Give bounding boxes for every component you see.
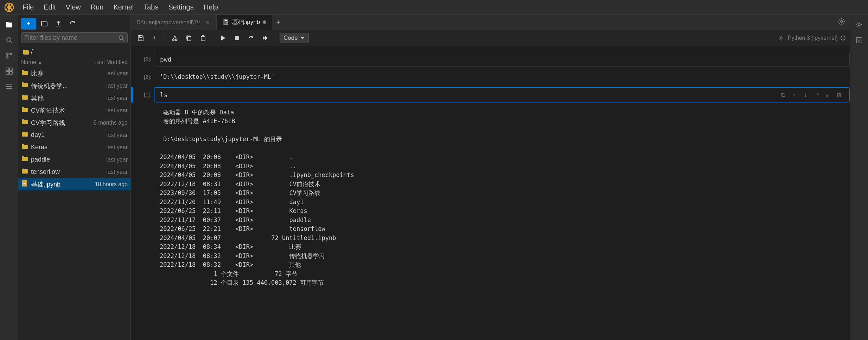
file-item-其他[interactable]: 其他 last year	[18, 92, 130, 104]
menu-help[interactable]: Help	[199, 2, 222, 13]
tab-bar: D:\ruanjian\powershell\7\r × 📓 基础.ipynb …	[131, 15, 850, 30]
folder-icon	[21, 106, 28, 113]
fast-forward-icon	[262, 35, 268, 41]
inactive-tab[interactable]: D:\ruanjian\powershell\7\r ×	[131, 15, 217, 30]
save-button[interactable]	[135, 32, 146, 44]
stop-button[interactable]	[231, 32, 243, 44]
folder-icon	[21, 94, 28, 101]
copy-cell-button[interactable]	[183, 32, 194, 44]
menu-view[interactable]: View	[62, 2, 85, 13]
file-item-CV前沿技术[interactable]: CV前沿技术 last year	[18, 104, 130, 117]
merge-above-button[interactable]: ⬏	[812, 90, 822, 100]
file-item-基础.ipynb[interactable]: NB 基础.ipynb 18 hours ago	[18, 178, 130, 190]
notebook-toolbar: +	[131, 30, 850, 46]
header-date: Last Modified	[78, 59, 128, 65]
folder-icon	[21, 118, 28, 125]
move-up-button[interactable]: ↑	[789, 90, 799, 100]
move-down-button[interactable]: ↓	[800, 90, 810, 100]
upload-button[interactable]	[52, 18, 64, 30]
add-cell-button[interactable]: +	[149, 32, 160, 44]
add-tab-button[interactable]: +	[272, 18, 285, 27]
chevron-down-icon	[300, 36, 305, 40]
copy-to-above-button[interactable]: ⧉	[778, 90, 788, 100]
menu-file[interactable]: File	[18, 2, 38, 13]
sidebar-icon-list[interactable]	[2, 80, 16, 94]
menu-settings[interactable]: Settings	[164, 2, 198, 13]
refresh-button[interactable]	[66, 18, 78, 30]
file-date: last year	[78, 144, 128, 151]
cell-type-selector[interactable]: Code	[280, 33, 309, 43]
file-type-icon	[21, 155, 28, 164]
right-gear-icon	[855, 21, 863, 29]
file-date: last year	[78, 132, 128, 138]
open-folder-button[interactable]	[38, 18, 50, 30]
file-name: tensorflow	[31, 168, 78, 176]
folder-icon	[21, 69, 28, 76]
restart-button[interactable]	[245, 32, 257, 44]
inactive-tab-close[interactable]: ×	[206, 19, 209, 26]
menu-edit[interactable]: Edit	[39, 2, 60, 13]
tab-settings-icon[interactable]	[834, 18, 850, 27]
sidebar-icon-search[interactable]	[2, 33, 16, 47]
file-item-paddle[interactable]: paddle last year	[18, 153, 130, 166]
svg-rect-25	[187, 37, 191, 41]
stop-icon	[234, 35, 240, 41]
fast-forward-button[interactable]	[260, 32, 271, 44]
svg-point-33	[858, 24, 860, 26]
cut-cell-button[interactable]	[169, 32, 180, 44]
right-settings-icon-2[interactable]	[852, 33, 866, 47]
menu-bar: File Edit View Run Kernel Tabs Settings …	[0, 0, 868, 15]
run-cell-button[interactable]	[217, 32, 229, 44]
kernel-name: Python 3 (ipykernel)	[788, 35, 838, 41]
svg-marker-29	[263, 36, 265, 40]
notebook-icon: 📓	[222, 19, 229, 25]
file-item-传统机器学...[interactable]: 传统机器学... last year	[18, 80, 130, 92]
merge-below-button[interactable]: ⬐	[823, 90, 833, 100]
active-tab[interactable]: 📓 基础.ipynb	[217, 15, 272, 30]
file-item-CV学习路线[interactable]: CV学习路线 6 months ago	[18, 117, 130, 129]
cell-input-ls[interactable]: ls	[154, 87, 850, 102]
right-settings-icon[interactable]	[852, 18, 866, 32]
toolbar-separator-3	[275, 34, 275, 42]
save-icon	[138, 35, 144, 41]
cell-pwd-input: [2]: pwd	[131, 52, 850, 67]
sidebar-icons	[0, 15, 18, 340]
sidebar-icon-puzzle[interactable]	[2, 64, 16, 78]
file-item-比赛[interactable]: 比赛 last year	[18, 67, 130, 80]
modified-dot	[263, 20, 266, 24]
delete-cell-button[interactable]: 🗑	[834, 90, 844, 100]
file-toolbar: + +	[18, 15, 130, 32]
app-logo	[4, 2, 14, 12]
sidebar-icon-git[interactable]	[2, 49, 16, 63]
cell-content-ls: ls	[154, 87, 850, 102]
file-item-tensorflow[interactable]: tensorflow last year	[18, 166, 130, 178]
file-type-icon	[21, 143, 28, 152]
svg-point-6	[6, 53, 8, 55]
cell-number-1-out	[133, 105, 154, 290]
cell-input-pwd[interactable]: pwd	[154, 52, 850, 67]
svg-line-23	[173, 36, 175, 39]
file-name: CV前沿技术	[31, 106, 78, 115]
file-date: last year	[78, 157, 128, 163]
file-name: 基础.ipynb	[31, 180, 78, 189]
svg-point-4	[7, 38, 11, 42]
inactive-tab-path: D:\ruanjian\powershell\7\r	[136, 19, 200, 26]
paste-icon	[200, 35, 206, 41]
search-box[interactable]	[21, 32, 128, 43]
new-button[interactable]: + +	[21, 18, 36, 30]
file-item-day1[interactable]: day1 last year	[18, 129, 130, 141]
file-type-icon	[21, 81, 28, 90]
menu-tabs[interactable]: Tabs	[139, 2, 162, 13]
file-date: last year	[78, 107, 128, 114]
paste-cell-button[interactable]	[197, 32, 209, 44]
file-name: 比赛	[31, 69, 78, 78]
menu-run[interactable]: Run	[87, 2, 108, 13]
search-input[interactable]	[24, 34, 118, 42]
sidebar-icon-folder[interactable]	[2, 18, 16, 32]
svg-point-32	[780, 37, 782, 39]
file-date: 6 months ago	[78, 120, 128, 126]
svg-line-17	[123, 39, 124, 40]
file-date: last year	[78, 70, 128, 77]
menu-kernel[interactable]: Kernel	[109, 2, 138, 13]
file-item-Keras[interactable]: Keras last year	[18, 141, 130, 153]
